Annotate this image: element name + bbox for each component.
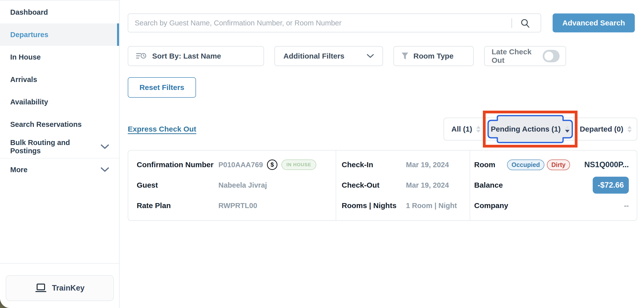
search-row: Advanced Search xyxy=(128,14,635,32)
field-check-in: Check-In Mar 19, 2024 xyxy=(342,157,470,172)
list-header-row: Express Check Out All (1) Pending Action… xyxy=(128,118,637,141)
search-box xyxy=(128,14,541,32)
filter-row: Sort By: Last Name Additional Filters Ro… xyxy=(128,46,566,66)
additional-filters-dropdown[interactable]: Additional Filters xyxy=(274,46,383,66)
check-in-value: Mar 19, 2024 xyxy=(406,161,449,169)
sidebar-item-label: In House xyxy=(10,53,40,61)
field-company: Company -- xyxy=(474,198,629,213)
sidebar-item-label: Departures xyxy=(10,31,48,39)
tab-departed[interactable]: Departed (0) xyxy=(580,125,632,133)
folio-dollar-icon[interactable]: $ xyxy=(267,159,278,170)
company-value: -- xyxy=(624,202,629,210)
card-column-reservation: Confirmation Number P010AAA769 $ IN HOUS… xyxy=(128,151,336,220)
sidebar-item-departures[interactable]: Departures xyxy=(0,24,119,46)
sort-by-button[interactable]: Sort By: Last Name xyxy=(128,46,264,66)
chevron-down-icon xyxy=(100,144,109,149)
sidebar-item-label: Availability xyxy=(10,98,48,106)
rooms-nights-value: 1 Room | Night xyxy=(406,202,457,210)
sidebar-item-search-reservations[interactable]: Search Reservations xyxy=(0,113,119,136)
card-column-room-balance: Room Occupied Dirty NS1Q000P... Balance … xyxy=(470,151,637,220)
search-divider xyxy=(512,19,512,28)
room-type-button[interactable]: Room Type xyxy=(394,46,474,66)
room-type-label: Room Type xyxy=(414,52,454,60)
tab-all-label: All (1) xyxy=(452,125,472,133)
late-checkout-toggle[interactable] xyxy=(543,50,560,62)
rate-plan-value: RWPRTL00 xyxy=(218,202,257,210)
tab-pending-actions-label: Pending Actions (1) xyxy=(491,125,561,133)
search-icon[interactable] xyxy=(520,19,530,29)
express-checkout-link[interactable]: Express Check Out xyxy=(128,125,196,133)
sort-arrows-icon xyxy=(476,126,481,133)
status-tabs: All (1) Pending Actions (1) xyxy=(444,118,637,141)
sidebar-item-label: Search Reservations xyxy=(10,120,82,129)
in-house-status-badge: IN HOUSE xyxy=(282,159,316,170)
departures-screen: Dashboard Departures In House Arrivals A… xyxy=(0,0,644,308)
advanced-search-button[interactable]: Advanced Search xyxy=(552,14,635,32)
sidebar-item-label: Arrivals xyxy=(10,76,37,84)
sidebar-item-arrivals[interactable]: Arrivals xyxy=(0,68,119,91)
trainkey-button[interactable]: TrainKey xyxy=(6,275,114,301)
chevron-down-icon xyxy=(366,54,374,58)
reset-filters-button[interactable]: Reset Filters xyxy=(128,77,196,98)
field-balance: Balance -$72.66 xyxy=(474,177,629,194)
guest-label: Guest xyxy=(137,181,218,189)
confirmation-number-value: P010AAA769 xyxy=(218,161,263,169)
check-in-label: Check-In xyxy=(342,160,406,169)
toggle-knob xyxy=(544,52,553,61)
laptop-icon xyxy=(35,283,46,293)
late-checkout-label: Late Check Out xyxy=(492,48,538,65)
card-column-dates: Check-In Mar 19, 2024 Check-Out Mar 19, … xyxy=(336,151,470,220)
balance-label: Balance xyxy=(474,181,507,189)
reservation-card: Confirmation Number P010AAA769 $ IN HOUS… xyxy=(128,150,637,221)
sort-arrows-icon xyxy=(627,126,632,133)
company-label: Company xyxy=(474,201,507,210)
room-number-value: NS1Q000P... xyxy=(584,160,629,169)
sidebar-item-label: Dashboard xyxy=(10,8,48,17)
rate-plan-label: Rate Plan xyxy=(137,201,218,210)
room-label: Room xyxy=(474,160,507,169)
guest-value: Nabeela Jivraj xyxy=(218,181,267,189)
check-out-label: Check-Out xyxy=(342,181,406,189)
balance-amount-badge: -$72.66 xyxy=(593,177,629,194)
sidebar-item-availability[interactable]: Availability xyxy=(0,91,119,113)
sidebar-item-bulk-routing-and-postings[interactable]: Bulk Routing and Postings xyxy=(0,136,119,158)
sort-by-time-icon xyxy=(136,52,147,60)
sidebar: Dashboard Departures In House Arrivals A… xyxy=(0,0,120,308)
sidebar-footer-divider xyxy=(0,263,120,264)
sidebar-item-label: More xyxy=(10,166,28,174)
sort-arrows-icon xyxy=(565,126,570,133)
sidebar-item-more[interactable]: More xyxy=(0,158,119,181)
field-guest: Guest Nabeela Jivraj xyxy=(137,178,336,192)
tab-departed-label: Departed (0) xyxy=(580,125,623,133)
sidebar-item-dashboard[interactable]: Dashboard xyxy=(0,1,119,24)
chevron-down-icon xyxy=(100,167,109,172)
tab-pending-actions[interactable]: Pending Actions (1) xyxy=(487,114,574,144)
additional-filters-label: Additional Filters xyxy=(284,52,366,60)
search-input[interactable] xyxy=(128,14,541,32)
trainkey-label: TrainKey xyxy=(52,283,85,292)
filter-funnel-icon xyxy=(402,52,408,60)
field-rooms-nights: Rooms | Nights 1 Room | Night xyxy=(342,198,470,213)
rooms-nights-label: Rooms | Nights xyxy=(342,201,406,210)
confirmation-number-label: Confirmation Number xyxy=(137,160,218,169)
annotation-highlight-box: Pending Actions (1) xyxy=(483,111,578,148)
field-room: Room Occupied Dirty NS1Q000P... xyxy=(474,157,629,172)
check-out-value: Mar 19, 2024 xyxy=(406,181,449,189)
sort-by-label: Sort By: Last Name xyxy=(152,52,221,60)
sidebar-item-in-house[interactable]: In House xyxy=(0,46,119,68)
sidebar-item-label: Bulk Routing and Postings xyxy=(10,139,100,155)
app-window: Dashboard Departures In House Arrivals A… xyxy=(0,0,644,308)
room-dirty-badge: Dirty xyxy=(547,159,570,170)
room-occupied-badge: Occupied xyxy=(507,159,544,170)
sidebar-nav: Dashboard Departures In House Arrivals A… xyxy=(0,1,119,181)
tab-all[interactable]: All (1) xyxy=(452,125,481,133)
field-confirmation-number: Confirmation Number P010AAA769 $ IN HOUS… xyxy=(137,157,336,172)
field-rate-plan: Rate Plan RWPRTL00 xyxy=(137,198,336,213)
late-checkout-chip: Late Check Out xyxy=(484,46,566,66)
field-check-out: Check-Out Mar 19, 2024 xyxy=(342,178,470,192)
